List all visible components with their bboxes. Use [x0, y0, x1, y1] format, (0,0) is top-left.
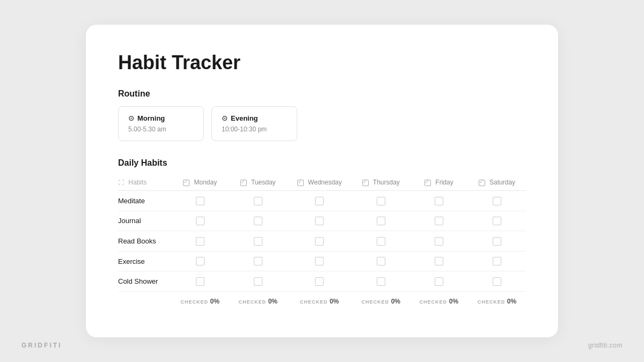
habit-checkbox-2-day-5[interactable]: [468, 231, 526, 252]
checkbox-icon[interactable]: [196, 197, 204, 205]
checkbox-icon[interactable]: [435, 217, 443, 225]
monday-check-icon: [183, 180, 189, 186]
branding-left: GRIDFITI: [21, 342, 62, 349]
habit-checkbox-4-day-4[interactable]: [410, 271, 468, 292]
thursday-check-icon: [362, 180, 369, 186]
habit-checkbox-1-day-2[interactable]: [287, 211, 352, 231]
checkbox-icon[interactable]: [315, 237, 324, 246]
checkbox-icon[interactable]: [435, 277, 443, 286]
habit-name-0: Meditate: [118, 191, 171, 211]
habit-checkbox-0-day-0[interactable]: [171, 191, 229, 211]
habits-table: ⛶ Habits Monday Tuesday Wednesday: [118, 174, 526, 311]
habit-checkbox-1-day-4[interactable]: [410, 211, 468, 231]
branding-right: gridfiti.com: [588, 342, 623, 349]
habit-checkbox-2-day-0[interactable]: [171, 231, 229, 252]
habit-checkbox-1-day-5[interactable]: [468, 211, 526, 231]
evening-routine-card: ⊙ Evening 10:00-10:30 pm: [211, 106, 297, 141]
thursday-checked: CHECKED 0%: [352, 291, 410, 311]
checkbox-icon[interactable]: [493, 237, 501, 246]
footer-empty-cell: [118, 291, 171, 311]
checkbox-icon[interactable]: [254, 257, 262, 265]
checkbox-icon[interactable]: [493, 197, 501, 205]
checkbox-icon[interactable]: [315, 277, 324, 286]
main-card: Habit Tracker Routine ⊙ Morning 5.00-5.3…: [86, 25, 558, 337]
thursday-header: Thursday: [352, 174, 410, 191]
wednesday-check-icon: [297, 180, 304, 186]
habit-checkbox-0-day-3[interactable]: [352, 191, 410, 211]
habit-checkbox-1-day-3[interactable]: [352, 211, 410, 231]
habit-checkbox-4-day-0[interactable]: [171, 271, 229, 292]
checkbox-icon[interactable]: [315, 197, 324, 205]
friday-header: Friday: [410, 174, 468, 191]
habit-checkbox-3-day-4[interactable]: [410, 251, 468, 271]
habit-checkbox-1-day-1[interactable]: [229, 211, 287, 231]
habit-name-1: Journal: [118, 211, 171, 231]
habit-checkbox-4-day-5[interactable]: [468, 271, 526, 292]
clock-icon-morning: ⊙: [128, 114, 134, 122]
checkbox-icon[interactable]: [315, 257, 324, 265]
habit-checkbox-3-day-1[interactable]: [229, 251, 287, 271]
habit-checkbox-4-day-2[interactable]: [287, 271, 352, 292]
evening-time: 10:00-10:30 pm: [222, 125, 287, 133]
checkbox-icon[interactable]: [377, 197, 385, 205]
checkbox-icon[interactable]: [435, 197, 443, 205]
footer-row: CHECKED 0% CHECKED 0% CHECKED 0% CHECKED…: [118, 291, 526, 311]
habit-checkbox-3-day-2[interactable]: [287, 251, 352, 271]
habits-col-header: ⛶ Habits: [118, 174, 171, 191]
habit-checkbox-2-day-4[interactable]: [410, 231, 468, 252]
wednesday-header: Wednesday: [287, 174, 352, 191]
checkbox-icon[interactable]: [254, 197, 262, 205]
checkbox-icon[interactable]: [435, 257, 443, 265]
checkbox-icon[interactable]: [315, 217, 324, 225]
habit-checkbox-4-day-3[interactable]: [352, 271, 410, 292]
habit-checkbox-1-day-0[interactable]: [171, 211, 229, 231]
habit-checkbox-0-day-1[interactable]: [229, 191, 287, 211]
tuesday-checked: CHECKED 0%: [229, 291, 287, 311]
habit-checkbox-0-day-5[interactable]: [468, 191, 526, 211]
habit-checkbox-2-day-2[interactable]: [287, 231, 352, 252]
morning-time: 5.00-5.30 am: [128, 125, 194, 133]
habit-name-3: Exercise: [118, 251, 171, 271]
checkbox-icon[interactable]: [377, 217, 385, 225]
habit-checkbox-2-day-1[interactable]: [229, 231, 287, 252]
checkbox-icon[interactable]: [377, 237, 385, 246]
habit-checkbox-2-day-3[interactable]: [352, 231, 410, 252]
morning-card-header: ⊙ Morning: [128, 114, 194, 122]
checkbox-icon[interactable]: [493, 257, 501, 265]
checkbox-icon[interactable]: [196, 217, 204, 225]
table-header-row: ⛶ Habits Monday Tuesday Wednesday: [118, 174, 526, 191]
habit-checkbox-0-day-2[interactable]: [287, 191, 352, 211]
table-row: Journal: [118, 211, 526, 231]
habit-checkbox-3-day-0[interactable]: [171, 251, 229, 271]
habit-checkbox-4-day-1[interactable]: [229, 271, 287, 292]
checkbox-icon[interactable]: [377, 257, 385, 265]
checkbox-icon[interactable]: [196, 237, 204, 246]
habit-name-4: Cold Shower: [118, 271, 171, 292]
checkbox-icon[interactable]: [493, 277, 501, 286]
routine-cards-container: ⊙ Morning 5.00-5.30 am ⊙ Evening 10:00-1…: [118, 106, 526, 141]
habit-checkbox-0-day-4[interactable]: [410, 191, 468, 211]
checkbox-icon[interactable]: [254, 237, 262, 246]
checkbox-icon[interactable]: [435, 237, 443, 246]
page-title: Habit Tracker: [118, 51, 526, 74]
tuesday-check-icon: [240, 180, 247, 186]
checkbox-icon[interactable]: [196, 277, 204, 286]
habit-checkbox-3-day-5[interactable]: [468, 251, 526, 271]
person-icon: ⛶: [118, 179, 124, 186]
habit-checkbox-3-day-3[interactable]: [352, 251, 410, 271]
checkbox-icon[interactable]: [377, 277, 385, 286]
checkbox-icon[interactable]: [196, 257, 204, 265]
morning-label: Morning: [137, 114, 165, 122]
friday-checked: CHECKED 0%: [410, 291, 468, 311]
checkbox-icon[interactable]: [493, 217, 501, 225]
saturday-check-icon: [479, 180, 485, 186]
evening-card-header: ⊙ Evening: [222, 114, 287, 122]
checkbox-icon[interactable]: [254, 217, 262, 225]
monday-header: Monday: [171, 174, 229, 191]
checkbox-icon[interactable]: [254, 277, 262, 286]
tuesday-header: Tuesday: [229, 174, 287, 191]
table-row: Cold Shower: [118, 271, 526, 292]
monday-checked: CHECKED 0%: [171, 291, 229, 311]
table-row: Exercise: [118, 251, 526, 271]
wednesday-checked: CHECKED 0%: [287, 291, 352, 311]
